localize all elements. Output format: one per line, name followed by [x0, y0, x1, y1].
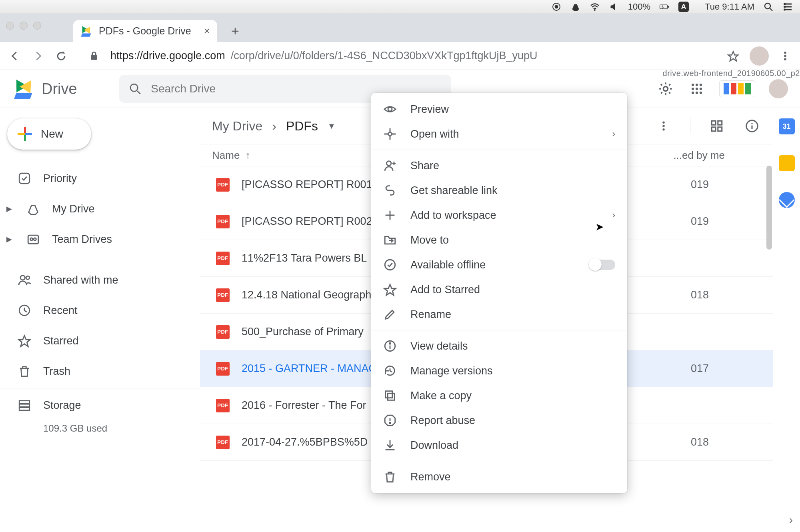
folder-move-icon [383, 233, 397, 247]
svg-point-32 [34, 238, 36, 240]
svg-rect-44 [712, 127, 716, 131]
breadcrumb-root[interactable]: My Drive [212, 119, 262, 134]
expand-icon[interactable]: ▶ [6, 235, 11, 244]
breadcrumb-current[interactable]: PDFs [286, 119, 318, 134]
sidebar-item-starred[interactable]: Starred [0, 326, 200, 356]
extension-badge[interactable] [719, 80, 755, 97]
svg-rect-42 [712, 121, 716, 125]
new-button[interactable]: New [7, 118, 91, 150]
storage-icon [18, 398, 31, 412]
url-path: /corp/drive/u/0/folders/1-4S6_NCCD30bxVX… [231, 50, 538, 62]
browser-profile-avatar[interactable] [750, 46, 769, 66]
apps-grid-icon[interactable] [688, 80, 706, 98]
side-panel-collapse-icon[interactable]: › [789, 514, 793, 526]
svg-rect-37 [19, 404, 30, 407]
ctx-share[interactable]: Share [371, 153, 627, 178]
sidebar-item-shared[interactable]: Shared with me [0, 265, 200, 295]
recent-icon [18, 304, 31, 317]
drive-favicon-icon [80, 26, 92, 37]
ctx-preview[interactable]: Preview [371, 97, 627, 122]
plus-icon [383, 208, 397, 222]
chevron-right-icon: › [272, 119, 276, 134]
svg-point-11 [784, 6, 786, 8]
scrollbar-thumb[interactable] [766, 166, 772, 250]
offline-toggle[interactable] [590, 260, 615, 270]
tab-close-icon[interactable]: × [204, 25, 210, 37]
back-button[interactable] [8, 49, 22, 63]
column-name[interactable]: Name [212, 149, 240, 162]
svg-point-41 [662, 128, 665, 131]
history-icon [383, 364, 397, 378]
ctx-details[interactable]: View details [371, 334, 627, 358]
column-modified[interactable]: ...ed by me [673, 149, 725, 161]
drive-logo[interactable]: Drive [12, 79, 77, 99]
address-bar[interactable]: https://drive.google.com/corp/drive/u/0/… [110, 50, 717, 62]
pencil-icon [383, 308, 397, 321]
star-icon [383, 283, 397, 296]
ctx-addworkspace[interactable]: Add to workspace› [371, 203, 627, 228]
file-date: 017 [691, 362, 757, 375]
check-circle-icon [383, 258, 397, 272]
ctx-copy[interactable]: Make a copy [371, 383, 627, 408]
ctx-remove[interactable]: Remove [371, 464, 627, 489]
browser-menu-icon[interactable] [778, 49, 792, 63]
more-actions-icon[interactable] [655, 117, 672, 135]
sidebar-item-label: My Drive [52, 203, 95, 215]
svg-point-15 [784, 55, 786, 57]
pdf-file-icon: PDF [216, 252, 230, 265]
svg-rect-4 [668, 6, 668, 8]
frontend-version-label: drive.web-frontend_20190605.00_p2 [663, 69, 800, 78]
breadcrumb[interactable]: My Drive › PDFs ▼ [212, 119, 336, 134]
ctx-download[interactable]: Download [371, 433, 627, 458]
ctx-moveto[interactable]: Move to [371, 228, 627, 252]
info-icon[interactable] [743, 117, 761, 135]
bookmark-star-icon[interactable] [726, 49, 740, 63]
ctx-openwith[interactable]: Open with› [371, 122, 627, 146]
browser-tab[interactable]: PDFs - Google Drive × [73, 20, 217, 42]
volume-icon [609, 2, 619, 12]
account-avatar[interactable] [769, 79, 788, 98]
sidebar-item-trash[interactable]: Trash [0, 356, 200, 386]
dropdown-caret-icon[interactable]: ▼ [328, 122, 336, 131]
chevron-right-icon: › [612, 210, 615, 220]
spotlight-icon[interactable] [763, 2, 774, 12]
info-icon [383, 339, 397, 353]
settings-gear-icon[interactable] [657, 80, 674, 98]
svg-point-14 [784, 52, 786, 54]
sidebar-item-storage[interactable]: Storage [0, 390, 200, 420]
sidebar-item-recent[interactable]: Recent [0, 295, 200, 326]
sidebar-item-priority[interactable]: Priority [0, 163, 200, 194]
calendar-addon-icon[interactable]: 31 [779, 118, 795, 134]
shared-icon [18, 273, 31, 287]
keep-addon-icon[interactable] [779, 155, 795, 171]
expand-icon[interactable]: ▶ [6, 204, 11, 213]
control-center-icon[interactable] [782, 2, 793, 12]
svg-point-39 [662, 122, 665, 124]
forward-button[interactable] [31, 49, 45, 63]
ctx-getlink[interactable]: Get shareable link [371, 178, 627, 203]
reload-button[interactable] [54, 49, 68, 63]
svg-point-17 [130, 84, 138, 91]
macos-menubar: 100% A Tue 9:11 AM [0, 0, 800, 14]
new-tab-button[interactable]: + [227, 23, 243, 39]
ctx-offline[interactable]: Available offline [371, 252, 627, 277]
sidebar-item-label: Storage [43, 399, 81, 412]
site-lock-icon[interactable] [87, 49, 101, 63]
svg-point-22 [700, 84, 702, 86]
ctx-star[interactable]: Add to Starred [371, 277, 627, 302]
sidebar-item-mydrive[interactable]: ▶ My Drive [0, 194, 200, 224]
app-a-icon: A [678, 2, 689, 12]
tasks-addon-icon[interactable] [779, 192, 795, 208]
trash-icon [383, 470, 397, 484]
ctx-versions[interactable]: Manage versions [371, 358, 627, 383]
ctx-rename[interactable]: Rename [371, 302, 627, 327]
report-icon [383, 414, 397, 427]
svg-rect-13 [91, 55, 97, 60]
sort-asc-icon[interactable]: ↑ [245, 149, 250, 162]
window-traffic-lights[interactable] [6, 22, 41, 30]
svg-rect-36 [19, 401, 30, 404]
sidebar-item-teamdrives[interactable]: ▶ Team Drives [0, 224, 200, 254]
ctx-report[interactable]: Report abuse [371, 408, 627, 433]
layout-grid-icon[interactable] [708, 117, 726, 135]
battery-percent: 100% [628, 2, 650, 12]
